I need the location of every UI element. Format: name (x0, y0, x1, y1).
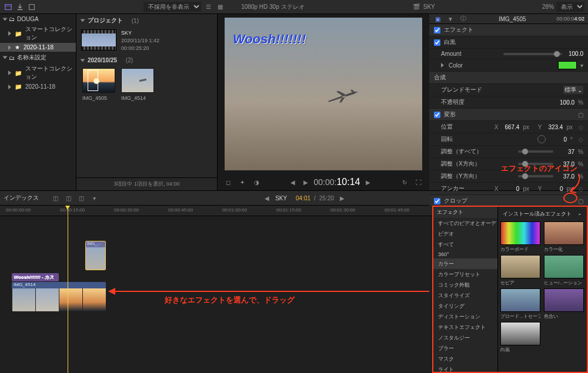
bw-amount-slider[interactable] (503, 53, 562, 55)
browser-status: 3項目中 1項目を選択, 04:00 (76, 177, 217, 190)
position-row: 位置X667.4px Y323.4px◇ (429, 121, 588, 133)
installed-header: インストール済みエフェクト (503, 210, 572, 218)
effects-browser: エフェクト すべてのビデオとオーディオビデオすべて360°カラーカラープリセット… (432, 206, 588, 373)
fx-category[interactable]: すべて (433, 239, 497, 250)
effects-header: エフェクト (429, 24, 588, 36)
projects-section[interactable]: プロジェクト (1) (76, 14, 217, 27)
view-dropdown[interactable]: 表示 (556, 2, 584, 12)
bw-effect-row[interactable]: 白黒 (429, 36, 588, 49)
fullscreen-icon[interactable]: ⛶ (414, 177, 423, 187)
untitled-library-header[interactable]: 🗂名称未設定 (0, 52, 76, 63)
clip-appearance-4[interactable]: ▾ (89, 193, 99, 203)
loop-icon[interactable]: ↻ (400, 177, 409, 187)
tools-icon[interactable]: ✦ (238, 177, 247, 187)
fx-category[interactable]: ライト (433, 364, 497, 372)
project-row[interactable]: SKY 2020/11/19 1:42 00:00:25:20 (76, 27, 217, 55)
sidebar-item[interactable]: ★2020-11-18 (0, 43, 76, 52)
blend-mode-dropdown[interactable]: 標準 ⌄ (563, 86, 583, 94)
play-icon[interactable]: ▶ (301, 177, 310, 187)
fx-category[interactable]: タイリング (433, 301, 497, 311)
timecode[interactable]: 00:00:10:14 (314, 177, 360, 187)
bw-toggle[interactable] (434, 39, 440, 46)
timeline-next-icon[interactable]: ▶ (338, 193, 347, 203)
video-inspector-icon[interactable]: ▣ (433, 14, 442, 23)
sidebar-item[interactable]: 📁スマートコレクション (0, 63, 76, 82)
fx-category[interactable]: ノスタルジー (433, 332, 497, 343)
effects-categories: エフェクト すべてのビデオとオーディオビデオすべて360°カラーカラープリセット… (433, 207, 498, 372)
hide-rejected-dropdown[interactable]: 不採用を非表示 (143, 2, 201, 12)
info-inspector-icon[interactable]: ▼ (446, 14, 455, 23)
fx-item[interactable]: 色合い (544, 288, 584, 320)
ruler-mark: 00:01:30:00 (330, 207, 355, 213)
fx-category[interactable]: ブラー (433, 343, 497, 354)
format-label: 1080p HD 30p ステレオ (241, 3, 304, 11)
library-sidebar: 🗂DOUGA 📁スマートコレクション★2020-11-18 🗂名称未設定 📁スマ… (0, 14, 76, 190)
tool-icon[interactable] (27, 2, 36, 12)
import-icon[interactable] (15, 2, 25, 12)
project-thumbnail[interactable] (81, 29, 116, 51)
search-icon[interactable]: ⌄ (577, 210, 582, 218)
event-section[interactable]: 2020/10/25 (2) (76, 55, 217, 66)
primary-clip[interactable]: IMG_4514 (12, 282, 106, 311)
playhead[interactable] (68, 206, 68, 373)
clip-appearance-2[interactable]: ◫ (64, 193, 73, 203)
svg-rect-0 (5, 4, 12, 9)
clip-thumbnail[interactable]: IMG_4505 (82, 68, 115, 101)
fx-category[interactable]: ディストーション (433, 311, 497, 322)
rotation-dial[interactable] (537, 135, 546, 143)
svg-rect-1 (29, 4, 35, 9)
zoom-out-icon[interactable]: ◻ (223, 177, 233, 187)
timeline-prev-icon[interactable]: ◀ (262, 193, 272, 203)
scale-all-row: 調整（すべて）37% (429, 146, 588, 158)
color-swatch[interactable] (558, 61, 577, 69)
transform-toggle[interactable] (434, 112, 440, 118)
info-icon[interactable]: ⓘ (459, 14, 468, 23)
viewer-canvas[interactable]: Woosh!!!!!!! (225, 18, 422, 170)
list-icon[interactable]: ▦ (215, 2, 225, 12)
clip-appearance-1[interactable]: ◫ (51, 193, 60, 203)
effects-grid: インストール済みエフェクト⌄ カラーボードカラー化セピアヒュー/...ーションブ… (498, 207, 587, 372)
opacity-row: 不透明度100.0% (429, 96, 588, 109)
fx-item[interactable]: カラー化 (544, 221, 584, 253)
filmstrip-icon[interactable]: ☰ (203, 2, 213, 12)
fx-category[interactable]: カラープリセット (433, 269, 497, 280)
fx-item[interactable]: カラーボード (500, 221, 540, 253)
fx-item[interactable]: ブロード...トセーフ (500, 288, 540, 320)
title-clip[interactable]: Woosh!!!!!!! - カスタム (12, 273, 59, 281)
scale-all-slider[interactable] (518, 150, 553, 153)
index-button[interactable]: インデックス (4, 194, 39, 202)
fx-item[interactable]: セピア (500, 255, 540, 286)
sidebar-item[interactable]: 📁スマートコレクション (0, 24, 76, 43)
next-icon[interactable]: ▶ (363, 177, 373, 187)
prev-icon[interactable]: ◀ (288, 177, 298, 187)
viewer-title: SKY (423, 4, 435, 10)
app-toolbar: 不採用を非表示 ☰ ▦ 1080p HD 30p ステレオ 🎬 SKY 28% … (0, 0, 588, 14)
library-icon[interactable] (4, 2, 13, 12)
fx-category[interactable]: カラー (433, 258, 497, 269)
project-meta: SKY 2020/11/19 1:42 00:00:25:20 (121, 29, 159, 52)
fx-category[interactable]: スタイライズ (433, 290, 497, 301)
color-icon[interactable]: ◑ (252, 177, 261, 187)
fx-category[interactable]: ビデオ (433, 228, 497, 239)
fx-category[interactable]: すべてのビデオとオーディオ (433, 218, 497, 228)
zoom-label[interactable]: 28% (542, 4, 554, 10)
fx-category[interactable]: テキストエフェクト (433, 322, 497, 332)
event-browser: プロジェクト (1) SKY 2020/11/19 1:42 00:00:25:… (76, 14, 218, 190)
connected-clip[interactable]: IMG_... (85, 241, 106, 270)
fx-item[interactable]: ヒュー/...ーション (544, 255, 584, 286)
fx-category[interactable]: コミック外観 (433, 280, 497, 290)
clip-appearance-3[interactable]: ◫ (76, 193, 86, 203)
clip-thumbnail[interactable]: IMG_4514 (121, 68, 154, 101)
crop-toggle[interactable] (434, 198, 440, 204)
effects-toggle[interactable] (434, 27, 440, 33)
library-header[interactable]: 🗂DOUGA (0, 14, 76, 24)
scale-x-row: 調整（X方向）37.0% (429, 158, 588, 170)
sidebar-item[interactable]: 📁2020-11-18 (0, 82, 76, 91)
fx-item[interactable]: 白黒 (500, 322, 540, 353)
airplane (323, 83, 367, 107)
ruler-mark: 00:00:00:00 (6, 207, 31, 213)
transform-header[interactable]: 変形▢ (429, 109, 588, 121)
timeline-duration: 25:20 (319, 195, 334, 201)
fx-category[interactable]: 360° (433, 250, 497, 258)
fx-category[interactable]: マスク (433, 354, 497, 364)
